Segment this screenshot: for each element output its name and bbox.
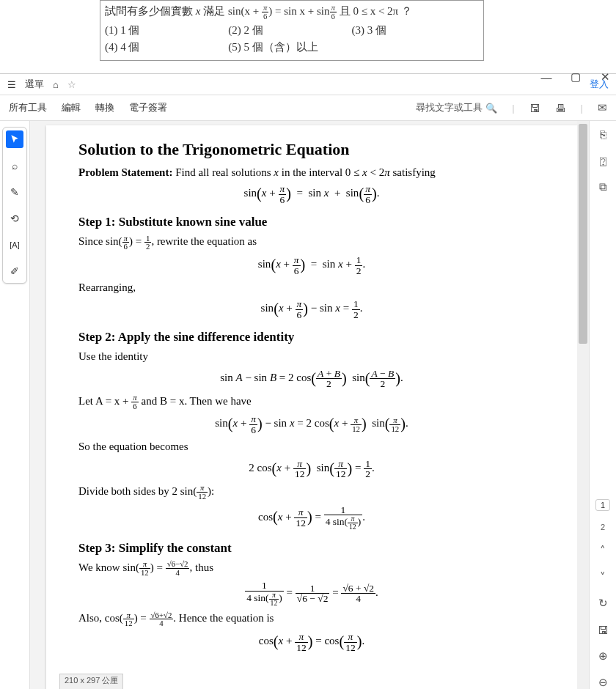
highlight-tool[interactable]: ✎: [6, 183, 23, 201]
search-placeholder: 尋找文字或工具: [416, 101, 483, 114]
refresh-icon[interactable]: ↻: [595, 596, 610, 611]
opt-3: (3) 3 個: [352, 22, 475, 39]
menubar: ☰ 選單 ⌂ ☆ 登入: [0, 74, 616, 95]
menu-icon[interactable]: ☰: [7, 79, 16, 90]
eq-s2-2: sin(x + π6) − sin x = 2 cos(x + π12) sin…: [78, 414, 545, 435]
step1-heading: Step 1: Substitute known sine value: [78, 215, 545, 229]
convert-button[interactable]: 轉換: [95, 101, 114, 114]
home-icon[interactable]: ⌂: [53, 79, 59, 90]
eq-s3-1: 14 sin(π12) = 1√6 − √2 = √6 + √24.: [78, 581, 545, 606]
save-page-icon[interactable]: 🖫: [595, 622, 610, 637]
page-1-indicator[interactable]: 1: [595, 499, 610, 511]
page-up-button[interactable]: ˄: [595, 543, 610, 558]
search-box[interactable]: 尋找文字或工具 🔍: [416, 101, 497, 114]
page-2-indicator[interactable]: 2: [601, 523, 605, 531]
textbox-tool[interactable]: [A]: [6, 236, 23, 254]
q-cond: 且 0 ≤ x < 2π ？: [337, 5, 412, 17]
zoom-in-icon[interactable]: ⊕: [595, 649, 610, 663]
bookmark-icon[interactable]: ⍰: [595, 153, 610, 168]
toolbar: 所有工具 編輯 轉換 電子簽署 尋找文字或工具 🔍 | 🖫 🖶 | ✉: [0, 95, 616, 121]
maximize-button[interactable]: ▢: [569, 70, 582, 84]
sign-tool[interactable]: ✐: [6, 262, 23, 280]
q-pre: 試問有多少個實數: [105, 5, 196, 17]
comment-tool[interactable]: ⌕: [6, 157, 23, 174]
edit-button[interactable]: 編輯: [62, 101, 81, 114]
eq-s1-2: sin(x + π6) − sin x = 12.: [78, 299, 545, 320]
page-down-button[interactable]: ˅: [595, 570, 610, 584]
zoom-out-icon[interactable]: ⊖: [595, 675, 610, 689]
vertical-scrollbar[interactable]: [577, 121, 589, 689]
select-tool[interactable]: [6, 130, 23, 148]
opt-4: (4) 4 個: [105, 39, 228, 56]
all-tools-button[interactable]: 所有工具: [9, 101, 47, 114]
separator: |: [581, 103, 583, 114]
minimize-button[interactable]: —: [540, 70, 553, 84]
page-title: Solution to the Trigonometric Equation: [78, 140, 545, 159]
panel-icon[interactable]: ⎘: [595, 127, 610, 141]
status-bar: 210 x 297 公厘: [59, 674, 123, 689]
eq-s2-1: sin A − sin B = 2 cos(A + B2) sin(A − B2…: [78, 369, 545, 389]
options: (1) 1 個 (2) 2 個 (3) 3 個 (4) 4 個 (5) 5 個（…: [105, 22, 479, 56]
eq-s3-2: cos(x + π12) = cos(π12).: [78, 632, 545, 652]
s3-p1: We know sin(π12) = √6−√24, thus: [78, 560, 545, 577]
star-icon[interactable]: ☆: [67, 79, 76, 90]
ps-text: Find all real solutions x in the interva…: [172, 166, 435, 178]
s3-p2: Also, cos(π12) = √6+√24. Hence the equat…: [78, 611, 545, 627]
eq-s1-1: sin(x + π6) = sin x + 12.: [78, 255, 545, 276]
eq-s2-4: cos(x + π12) = 14 sin(π12).: [78, 505, 545, 531]
pdf-page: Solution to the Trigonometric Equation P…: [46, 125, 577, 689]
question-text: 試問有多少個實數 x 滿足 sin(x + π6) = sin x + sinπ…: [105, 4, 479, 21]
print-icon[interactable]: 🖶: [555, 102, 566, 114]
step3-heading: Step 3: Simplify the constant: [78, 541, 545, 556]
right-toolrail: ⎘ ⍰ ⧉ 1 2 ˄ ˅ ↻ 🖫 ⊕ ⊖: [589, 121, 616, 689]
s2-p1: Use the identity: [78, 349, 545, 364]
copy-icon[interactable]: ⧉: [595, 180, 610, 194]
ps-label: Problem Statement:: [78, 166, 172, 178]
sign-button[interactable]: 電子簽署: [129, 101, 167, 114]
s2-p4: Divide both sides by 2 sin(π12):: [78, 484, 545, 501]
opt-5: (5) 5 個（含）以上: [228, 39, 351, 56]
q-mid: 滿足 sin(x +: [200, 5, 261, 17]
step2-heading: Step 2: Apply the sine difference identi…: [78, 330, 545, 344]
s1-p2: Rearranging,: [78, 280, 545, 295]
q-eq: ) = sin x + sin: [268, 5, 329, 17]
draw-tool[interactable]: ⟲: [6, 210, 23, 227]
close-button[interactable]: ✕: [598, 70, 612, 84]
menu-label[interactable]: 選單: [25, 78, 44, 91]
eq-ps: sin(x + π6) = sin x + sin(π6).: [78, 184, 545, 205]
s2-p3: So the equation becomes: [78, 439, 545, 454]
share-icon[interactable]: ✉: [598, 101, 607, 114]
s2-p2: Let A = x + π6 and B = x. Then we have: [78, 394, 545, 410]
search-icon: 🔍: [485, 103, 497, 114]
document-viewport[interactable]: Solution to the Trigonometric Equation P…: [30, 121, 589, 689]
question-overlay: 試問有多少個實數 x 滿足 sin(x + π6) = sin x + sinπ…: [100, 0, 484, 61]
separator: |: [512, 103, 514, 114]
s1-p1: Since sin(π6) = 12, rewrite the equation…: [78, 234, 545, 251]
opt-1: (1) 1 個: [105, 22, 228, 39]
left-toolrail: ⌕ ✎ ⟲ [A] ✐: [0, 121, 30, 689]
save-icon[interactable]: 🖫: [529, 102, 540, 114]
eq-s2-3: 2 cos(x + π12) sin(π12) = 12.: [78, 459, 545, 479]
opt-2: (2) 2 個: [228, 22, 351, 39]
scroll-thumb[interactable]: [579, 124, 587, 344]
